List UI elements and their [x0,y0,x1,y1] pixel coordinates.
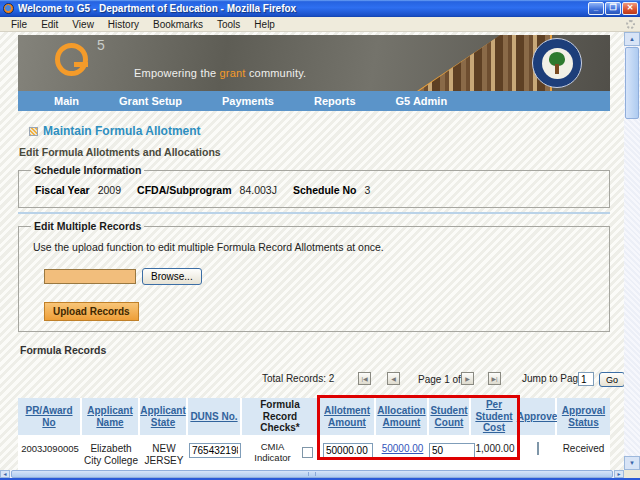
upload-records-button[interactable]: Upload Records [44,302,139,321]
table-header-row: PR/Award No Applicant Name Applicant Sta… [18,398,610,435]
cmia-indicator-checkbox[interactable] [302,447,313,458]
table-row: 2003J090005 Elizabeth City College NEW J… [18,435,610,470]
cell-formula-record-checks: CMIA Indicator High Risk HR Certificatio… [242,435,320,470]
main-nav: Main Grant Setup Payments Reports G5 Adm… [18,91,610,111]
header-pr-award-no[interactable]: PR/Award No [18,398,82,435]
approve-checkbox[interactable] [537,442,539,455]
nav-payments[interactable]: Payments [222,95,274,107]
total-records-label: Total Records: 2 [262,373,334,384]
cell-applicant-name: Elizabeth City College [82,435,140,470]
student-count-input[interactable] [429,443,475,458]
browse-button[interactable]: Browse... [142,268,202,285]
scroll-left-arrow-icon[interactable]: ◄ [0,470,10,478]
fiscal-year-label: Fiscal Year [35,184,90,196]
close-button[interactable]: ✕ [622,2,638,15]
schedule-information-fieldset: Schedule Information Fiscal Year2009 CFD… [18,164,610,208]
nav-grant-setup[interactable]: Grant Setup [119,95,182,107]
cell-applicant-state: NEW JERSEY [140,435,188,470]
firefox-icon [3,3,14,14]
page-viewport: 5 Empowering the grant community. Main G… [0,32,624,470]
menu-tools[interactable]: Tools [210,19,247,30]
cfda-subprogram-value: 84.003J [240,184,277,196]
header-student-count[interactable]: Student Count [429,398,471,435]
previous-page-button[interactable]: ◀ [387,372,400,385]
titlebar: Welcome to G5 - Department of Education … [0,0,640,17]
jump-to-page-input[interactable] [578,372,594,386]
menu-file[interactable]: File [4,19,34,30]
schedule-no-value: 3 [365,184,371,196]
pagination-bar: Total Records: 2 |◀ ◀ Page 1 of 1 ▶ ▶| J… [18,372,610,388]
go-button[interactable]: Go [599,372,624,387]
menu-history[interactable]: History [101,19,146,30]
cell-approval-status: Received [557,435,610,470]
nav-reports[interactable]: Reports [314,95,356,107]
scroll-up-arrow-icon[interactable]: ▲ [624,32,640,46]
horizontal-scrollbar: ◄ ► [0,470,624,478]
duns-no-input[interactable] [189,443,241,458]
vertical-scrollbar-thumb[interactable] [625,47,639,119]
last-page-button[interactable]: ▶| [488,372,501,385]
restore-button[interactable]: ❐ [605,2,621,15]
header-applicant-state[interactable]: Applicant State [140,398,188,435]
minimize-button[interactable]: _ [588,2,604,15]
cmia-indicator-label: CMIA Indicator [245,442,300,464]
tagline: Empowering the grant community. [134,67,306,79]
g5-logo-icon [55,43,88,76]
menu-edit[interactable]: Edit [34,19,65,30]
horizontal-scrollbar-thumb[interactable] [11,470,613,478]
file-path-input[interactable] [44,269,136,284]
schedule-information-legend: Schedule Information [31,164,144,176]
page-title: Maintain Formula Allotment [29,124,610,138]
firefox-throbber-icon [626,20,635,29]
menu-bookmarks[interactable]: Bookmarks [146,19,210,30]
page-subtitle: Edit Formula Allotments and Allocations [19,146,610,158]
header-allocation-amount[interactable]: Allocation Amount [376,398,429,435]
menu-help[interactable]: Help [247,19,282,30]
g5-banner: 5 Empowering the grant community. [18,35,610,91]
scroll-down-arrow-icon[interactable]: ▼ [624,456,640,470]
header-allotment-amount[interactable]: Allotment Amount [320,398,376,435]
nav-g5-admin[interactable]: G5 Admin [396,95,448,107]
nav-main[interactable]: Main [54,95,79,107]
formula-records-label: Formula Records [20,344,610,356]
allotment-amount-input[interactable] [323,443,373,458]
fiscal-year-value: 2009 [98,184,121,196]
formula-records-table: PR/Award No Applicant Name Applicant Sta… [18,398,610,470]
header-applicant-name[interactable]: Applicant Name [82,398,140,435]
cfda-subprogram-label: CFDA/Subprogram [137,184,232,196]
window-grid-icon [29,127,38,136]
next-page-button[interactable]: ▶ [461,372,474,385]
menu-view[interactable]: View [65,19,101,30]
g5-logo-5: 5 [97,37,105,53]
window-title: Welcome to G5 - Department of Education … [18,3,587,14]
edit-multiple-records-fieldset: Edit Multiple Records Use the upload fun… [18,220,610,332]
scroll-right-arrow-icon[interactable]: ► [614,470,624,478]
header-per-student-cost[interactable]: Per Student Cost [471,398,519,435]
edit-multiple-records-legend: Edit Multiple Records [31,220,144,232]
jump-to-page-label: Jump to Page [522,373,584,384]
bookshelf-image [419,35,550,91]
vertical-scrollbar: ▲ ▼ [624,32,640,470]
menubar: File Edit View History Bookmarks Tools H… [0,17,640,32]
header-duns-no[interactable]: DUNS No. [188,398,242,435]
first-page-button[interactable]: |◀ [358,372,371,385]
allocation-amount-link[interactable]: 50000.00 [382,443,424,454]
schedule-no-label: Schedule No [293,184,357,196]
header-approve[interactable]: Approve [519,398,557,435]
cell-per-student-cost: 1,000.00 [471,435,519,470]
browser-window: Welcome to G5 - Department of Education … [0,0,640,480]
upload-instruction: Use the upload function to edit multiple… [33,241,599,253]
dept-of-education-seal [532,38,582,88]
section-divider [18,212,610,214]
cell-pr-award-no: 2003J090005 [18,435,82,470]
header-approval-status[interactable]: Approval Status [557,398,610,435]
header-formula-record-checks: Formula Record Checks* [242,398,320,435]
